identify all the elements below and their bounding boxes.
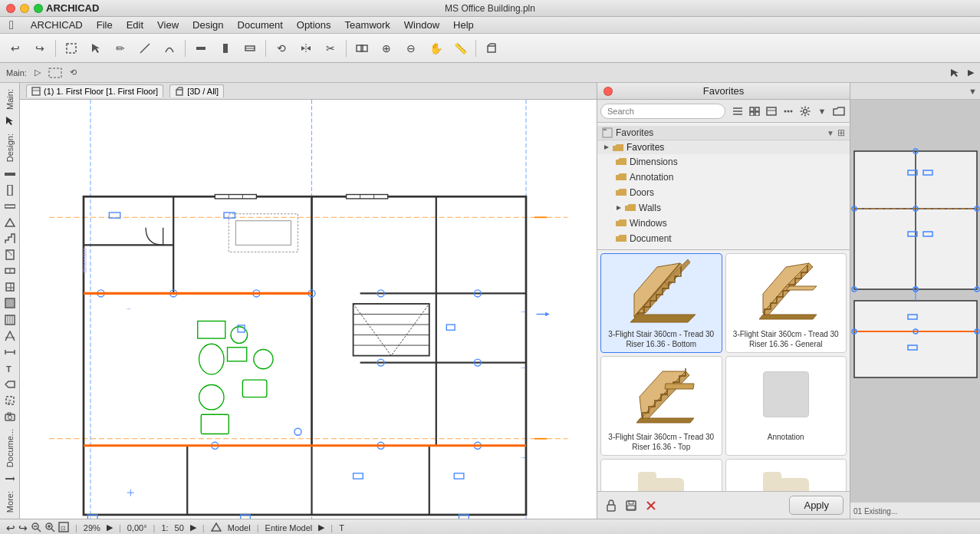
menu-design[interactable]: Design xyxy=(186,18,229,32)
fav-settings-btn[interactable] xyxy=(797,104,813,119)
arrow-tool[interactable] xyxy=(85,38,107,59)
canvas-area[interactable]: (1) 1. First Floor [1. First Floor] [3D … xyxy=(20,83,597,519)
menu-view[interactable]: View xyxy=(151,18,185,32)
fav-lock-icon[interactable] xyxy=(603,498,619,513)
apple-menu[interactable]:  xyxy=(3,17,20,34)
fav-new-window-btn[interactable]: ⊞ xyxy=(837,127,845,138)
hatch-icon[interactable] xyxy=(2,312,18,327)
fav-item-doors[interactable]: Doors xyxy=(597,185,850,200)
roof-icon[interactable] xyxy=(2,216,18,230)
rotate-tool[interactable]: ⟲ xyxy=(271,38,292,59)
camera-icon[interactable] xyxy=(2,409,18,424)
menu-help[interactable]: Help xyxy=(447,18,480,32)
fav-folder-5[interactable] xyxy=(600,459,722,491)
menu-edit[interactable]: Edit xyxy=(120,18,150,32)
pan-tool[interactable]: ✋ xyxy=(425,38,446,59)
mesh-icon[interactable] xyxy=(2,328,18,343)
minimize-button[interactable] xyxy=(20,4,29,13)
fav-close-button[interactable] xyxy=(603,87,613,96)
statusbar-zoom-fit-btn[interactable]: ⊡ xyxy=(58,522,69,534)
close-button[interactable] xyxy=(6,4,15,13)
statusbar-zoom-in-btn[interactable] xyxy=(44,522,55,534)
menu-teamwork[interactable]: Teamwork xyxy=(339,18,396,32)
zoom-out-tool[interactable]: ⊖ xyxy=(400,38,422,59)
window-controls[interactable] xyxy=(6,4,43,13)
pen-tool[interactable]: ✏ xyxy=(110,38,131,59)
column-tool[interactable] xyxy=(215,38,236,59)
text-icon[interactable]: T xyxy=(2,361,18,375)
statusbar-undo-btn[interactable]: ↩ xyxy=(6,522,15,534)
menu-options[interactable]: Options xyxy=(291,18,337,32)
statusbar-tracker-btn[interactable]: T xyxy=(339,523,344,532)
fav-root-row[interactable]: Favorites xyxy=(597,140,850,154)
fill-icon[interactable] xyxy=(2,296,18,311)
sub-arrow-right[interactable]: ▶ xyxy=(965,65,977,81)
fav-list-view-btn[interactable] xyxy=(730,104,745,119)
fav-apply-button[interactable]: Apply xyxy=(789,496,844,515)
undo-button[interactable]: ↩ xyxy=(5,38,26,59)
fav-window-controls[interactable] xyxy=(603,87,613,96)
right-canvas[interactable] xyxy=(850,100,980,502)
mirror-tool[interactable] xyxy=(295,38,317,59)
fav-dropdown-arrow[interactable]: ▼ xyxy=(827,129,834,137)
menu-file[interactable]: File xyxy=(90,18,119,32)
sub-btn-1[interactable]: ▷ xyxy=(31,65,44,81)
fav-expand-btn[interactable]: ▼ xyxy=(814,104,830,119)
right-expand-btn[interactable]: ▼ xyxy=(968,87,977,96)
statusbar-view-icon-1[interactable] xyxy=(211,522,222,533)
statusbar-zoom-arrow[interactable]: ▶ xyxy=(107,522,113,532)
sub-btn-3[interactable]: ⟲ xyxy=(67,65,80,81)
fav-item-annotation[interactable]: Annotation xyxy=(597,170,850,185)
menu-archicad[interactable]: ARCHICAD xyxy=(25,18,89,32)
fav-folder-6[interactable] xyxy=(725,459,847,491)
zone-icon[interactable]: Z xyxy=(2,393,18,407)
fav-item-document[interactable]: Document xyxy=(597,231,850,246)
section-icon[interactable] xyxy=(2,472,18,486)
fav-options-btn[interactable] xyxy=(781,104,796,119)
stair-icon[interactable] xyxy=(2,232,18,246)
arc-tool[interactable] xyxy=(159,38,180,59)
label-icon[interactable] xyxy=(2,377,18,391)
slab-icon[interactable] xyxy=(2,199,18,213)
statusbar-zoom-out-btn[interactable] xyxy=(31,522,41,534)
wall-tool[interactable] xyxy=(190,38,212,59)
fav-annotation[interactable]: Annotation xyxy=(725,356,847,456)
3d-view-toggle[interactable] xyxy=(481,38,502,59)
object-icon[interactable] xyxy=(2,280,18,295)
fav-stair-general[interactable]: 3-Flight Stair 360cm - Tread 30 Riser 16… xyxy=(725,253,847,353)
fav-delete-icon[interactable] xyxy=(643,498,659,513)
window-icon[interactable] xyxy=(2,264,18,279)
door-icon[interactable] xyxy=(2,248,18,262)
zoom-box-tool[interactable]: ⊕ xyxy=(376,38,397,59)
maximize-button[interactable] xyxy=(34,4,43,13)
select-arrow-icon[interactable] xyxy=(2,114,18,129)
fav-stair-bottom[interactable]: 3-Flight Stair 360cm - Tread 30 Riser 16… xyxy=(600,253,722,353)
dimension-icon[interactable] xyxy=(2,344,18,359)
3d-tab[interactable]: [3D / All] xyxy=(169,84,224,97)
fav-stair-top[interactable]: 3-Flight Stair 360cm - Tread 30 Riser 16… xyxy=(600,356,722,456)
beam-tool[interactable] xyxy=(239,38,261,59)
statusbar-redo-btn[interactable]: ↪ xyxy=(18,522,28,534)
floor-plan-tab[interactable]: (1) 1. First Floor [1. First Floor] xyxy=(26,84,163,97)
wall-icon[interactable] xyxy=(2,166,18,181)
line-tool[interactable] xyxy=(134,38,156,59)
marquee-tool[interactable] xyxy=(61,38,82,59)
fav-item-walls[interactable]: Walls xyxy=(597,200,850,216)
fav-new-folder-btn[interactable] xyxy=(831,104,847,119)
fav-save-icon[interactable] xyxy=(623,498,639,513)
statusbar-scale-arrow[interactable]: ▶ xyxy=(190,522,196,532)
group-tool[interactable] xyxy=(351,38,373,59)
column-icon[interactable] xyxy=(2,183,18,197)
select-tool[interactable] xyxy=(946,65,963,81)
floor-plan-canvas[interactable]: → dimension → → → xyxy=(20,100,597,519)
fav-grid-view-btn[interactable] xyxy=(747,104,762,119)
fav-item-windows[interactable]: Windows xyxy=(597,216,850,231)
statusbar-extent-arrow[interactable]: ▶ xyxy=(318,522,324,532)
redo-button[interactable]: ↪ xyxy=(29,38,51,59)
measure-tool[interactable]: 📏 xyxy=(449,38,471,59)
sub-btn-2[interactable] xyxy=(45,65,65,81)
fav-search-input[interactable] xyxy=(600,104,725,119)
fav-item-dimensions[interactable]: Dimensions xyxy=(597,154,850,170)
trim-tool[interactable]: ✂ xyxy=(320,38,341,59)
menu-window[interactable]: Window xyxy=(398,18,446,32)
